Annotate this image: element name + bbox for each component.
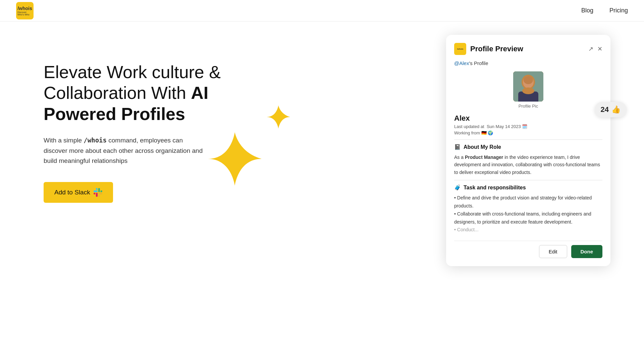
- sparkle-decoration: [195, 88, 295, 223]
- sparkle-large-icon: [208, 132, 262, 186]
- hero-title: Elevate Work culture & Collaboration Wit…: [44, 62, 221, 124]
- nav-blog[interactable]: Blog: [581, 7, 593, 14]
- card-header-left: /whois Profile Preview: [454, 43, 523, 55]
- avatar-svg: [513, 71, 543, 102]
- nav: Blog Pricing: [581, 7, 628, 14]
- logo-container[interactable]: /whois Discover Who's Who: [16, 2, 34, 19]
- profile-pic-label: Profile Pic: [519, 104, 538, 109]
- task-list: • Define and drive the product vision an…: [454, 194, 602, 234]
- hero-description: With a simple /whois command, employees …: [44, 135, 205, 166]
- svg-point-3: [524, 76, 533, 84]
- hero-section: Elevate Work culture & Collaboration Wit…: [0, 21, 644, 362]
- card-header: /whois Profile Preview ↗ ✕: [454, 43, 602, 55]
- svg-point-5: [522, 87, 534, 94]
- edit-button[interactable]: Edit: [539, 245, 567, 258]
- card-header-icons: ↗ ✕: [588, 45, 602, 53]
- sparkle-small-icon: [267, 105, 290, 129]
- card-logo: /whois: [454, 43, 466, 55]
- task-item-2: • Collaborate with cross-functional team…: [454, 210, 602, 226]
- slack-icon: [94, 188, 102, 197]
- briefcase-icon: 🧳: [454, 184, 461, 191]
- thumbs-badge: 24 👍: [595, 102, 627, 117]
- notebook-icon: 📓: [454, 144, 461, 150]
- tasks-header: 🧳 Task and responsibilites: [454, 184, 602, 191]
- user-name: Alex: [454, 114, 602, 123]
- card-footer: Edit Done: [454, 241, 602, 258]
- done-button[interactable]: Done: [571, 245, 603, 258]
- profile-mention: @Alex's Profile: [454, 60, 602, 66]
- thumbs-emoji: 👍: [611, 105, 621, 114]
- close-icon[interactable]: ✕: [597, 45, 602, 53]
- nav-pricing[interactable]: Pricing: [609, 7, 628, 14]
- header: /whois Discover Who's Who Blog Pricing: [0, 0, 644, 21]
- task-item-3: • Conduct...: [454, 226, 602, 234]
- external-link-icon[interactable]: ↗: [588, 45, 593, 53]
- profile-pic-section: Profile Pic: [454, 71, 602, 109]
- add-to-slack-button[interactable]: Add to Slack: [44, 182, 113, 203]
- working-from: Working from 🇩🇪 🌍: [454, 130, 602, 140]
- task-item-1: • Define and drive the product vision an…: [454, 194, 602, 210]
- avatar: [513, 71, 543, 102]
- last-updated: Last updated at Sun May 14 2023 🗓️: [454, 124, 602, 129]
- profile-preview-card: /whois Profile Preview ↗ ✕ @Alex's Profi…: [446, 35, 610, 266]
- about-role-header: 📓 About My Role: [454, 144, 602, 150]
- thumbs-count: 24: [601, 105, 609, 114]
- logo: /whois Discover Who's Who: [16, 2, 34, 19]
- card-title: Profile Preview: [470, 45, 523, 53]
- about-role-content: As a Product Manager in the video experi…: [454, 154, 602, 180]
- avatar-image: [513, 71, 543, 102]
- hero-content: Elevate Work culture & Collaboration Wit…: [44, 48, 221, 362]
